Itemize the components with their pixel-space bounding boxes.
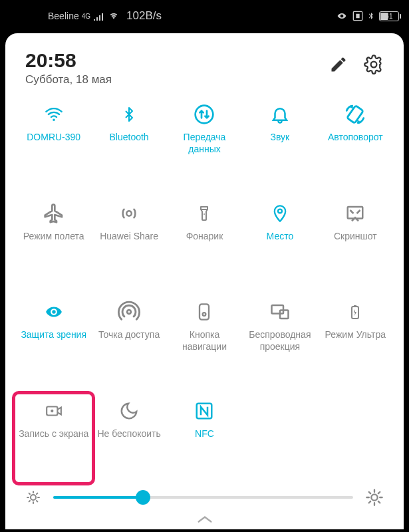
tile-flashlight[interactable]: Фонарик <box>167 199 242 286</box>
tile-label: Скриншот <box>333 231 378 255</box>
hotspot-icon <box>117 300 141 324</box>
tile-label: Защита зрения <box>19 329 88 353</box>
tile-mobile-data[interactable]: Передача данных <box>167 100 242 187</box>
location-icon <box>268 201 292 225</box>
quick-settings-panel: 20:58 Суббота, 18 мая DOMRU-390 Bluetoot… <box>5 33 404 529</box>
svg-point-8 <box>127 310 131 314</box>
tile-label: Режим полета <box>22 231 86 255</box>
clock-time: 20:58 <box>25 49 112 72</box>
tile-eye-comfort[interactable]: Защита зрения <box>16 297 91 384</box>
brightness-low-icon <box>25 489 41 505</box>
tile-location[interactable]: Место <box>242 199 317 286</box>
svg-rect-14 <box>354 305 356 307</box>
edit-icon[interactable] <box>329 55 348 74</box>
status-right: 41 <box>335 11 401 21</box>
bluetooth-status-icon <box>367 11 375 21</box>
signal-icon <box>93 11 105 21</box>
tile-label: Автоповорот <box>327 132 384 156</box>
tile-label: Передача данных <box>168 132 241 156</box>
tile-autorotate[interactable]: Автоповорот <box>318 100 393 187</box>
tile-label: Кнопка навигации <box>168 329 241 353</box>
data-transfer-icon <box>192 102 216 126</box>
tile-label: Режим Ультра <box>324 329 387 353</box>
tile-nfc[interactable]: NFC <box>167 396 242 483</box>
autorotate-icon <box>343 102 367 126</box>
tile-sound[interactable]: Звук <box>242 100 317 187</box>
panel-header: 20:58 Суббота, 18 мая <box>16 49 393 100</box>
screenshot-icon <box>343 201 367 225</box>
moon-icon <box>117 399 141 423</box>
flashlight-icon <box>192 201 216 225</box>
tile-label: Не беспокоить <box>96 428 162 452</box>
clock-date: Суббота, 18 мая <box>25 73 112 86</box>
tile-label: Фонарик <box>185 231 225 255</box>
tile-label: Huawei Share <box>98 231 160 255</box>
svg-point-10 <box>203 313 206 316</box>
wifi-icon <box>42 102 66 126</box>
tile-label: Беспроводная проекция <box>243 329 316 353</box>
svg-point-2 <box>196 106 213 124</box>
wifi-status-icon <box>108 11 120 21</box>
tile-label: Запись с экрана <box>17 428 90 452</box>
brightness-slider-row <box>16 483 393 512</box>
svg-point-5 <box>204 213 205 215</box>
tile-label: Bluetooth <box>108 132 150 156</box>
airplane-icon <box>42 201 66 225</box>
eye-status-icon <box>335 11 348 21</box>
navdock-icon <box>192 300 216 324</box>
status-left: Beeline 4G 102B/s <box>48 9 162 23</box>
tile-airplane[interactable]: Режим полета <box>16 199 91 286</box>
bluetooth-icon <box>117 102 141 126</box>
tile-label: NFC <box>194 428 215 452</box>
cast-icon <box>268 300 292 324</box>
nfc-status-icon <box>352 11 363 21</box>
tiles-grid: DOMRU-390 Bluetooth Передача данных Звук… <box>16 100 393 483</box>
brightness-slider[interactable] <box>53 496 353 499</box>
status-bar: Beeline 4G 102B/s 41 <box>0 0 409 32</box>
svg-point-6 <box>278 209 282 213</box>
collapse-handle[interactable] <box>16 512 393 524</box>
tile-screenshot[interactable]: Скриншот <box>318 199 393 286</box>
tile-bluetooth[interactable]: Bluetooth <box>91 100 166 187</box>
brightness-thumb[interactable] <box>136 490 150 505</box>
svg-point-18 <box>31 495 36 500</box>
battery-icon: 41 <box>379 11 401 21</box>
brightness-high-icon <box>365 488 384 507</box>
svg-point-19 <box>371 494 377 500</box>
network-type: 4G <box>82 13 90 20</box>
tile-label: Место <box>265 231 295 255</box>
data-speed: 102B/s <box>126 9 162 23</box>
battery-pct: 41 <box>380 12 398 21</box>
tile-hotspot[interactable]: Точка доступа <box>91 297 166 384</box>
tile-dnd[interactable]: Не беспокоить <box>91 396 166 483</box>
svg-point-4 <box>126 211 132 216</box>
screen-record-icon <box>42 399 66 423</box>
time-block[interactable]: 20:58 Суббота, 18 мая <box>25 49 112 86</box>
tile-screen-record[interactable]: Запись с экрана <box>16 396 91 483</box>
bell-icon <box>268 102 292 126</box>
svg-point-1 <box>53 118 55 121</box>
settings-icon[interactable] <box>364 55 384 74</box>
tile-label: DOMRU-390 <box>25 132 82 156</box>
tile-wireless-projection[interactable]: Беспроводная проекция <box>242 297 317 384</box>
eye-icon <box>42 300 66 324</box>
tile-huawei-share[interactable]: Huawei Share <box>91 199 166 286</box>
tile-ultra-power[interactable]: Режим Ультра <box>318 297 393 384</box>
carrier-label: Beeline <box>48 11 79 21</box>
tile-label: Точка доступа <box>97 329 161 353</box>
battery-saver-icon <box>343 300 367 324</box>
chevron-up-icon <box>196 515 214 524</box>
svg-point-16 <box>51 409 53 412</box>
tile-navdock[interactable]: Кнопка навигации <box>167 297 242 384</box>
huawei-share-icon <box>117 201 141 225</box>
nfc-icon <box>192 399 216 423</box>
tile-wifi[interactable]: DOMRU-390 <box>16 100 91 187</box>
tile-label: Звук <box>269 132 291 156</box>
